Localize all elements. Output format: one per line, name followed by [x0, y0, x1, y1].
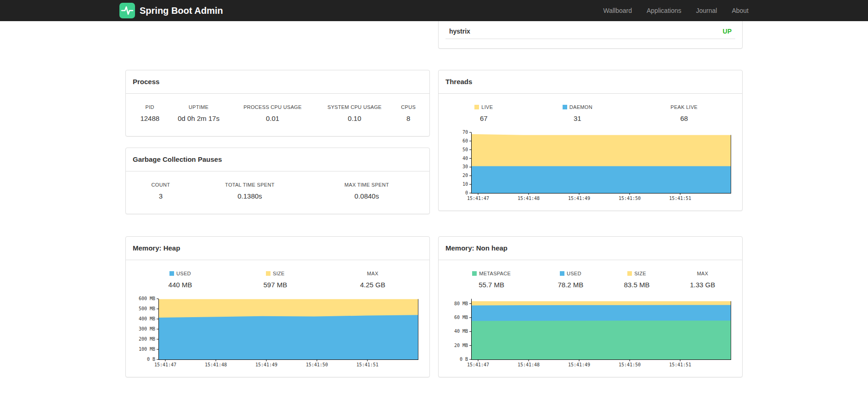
svg-text:60: 60 — [462, 138, 468, 143]
stat-label: USED — [567, 271, 581, 276]
used-series-swatch — [169, 271, 174, 276]
nav-applications[interactable]: Applications — [647, 7, 682, 14]
stat-value: 4.25 GB — [323, 278, 423, 294]
stat-label: MAX — [670, 266, 735, 278]
stat-value: 597 MB — [228, 278, 323, 294]
memory-nonheap-panel-body: METASPACE USED SIZE MAX 55.7 MB — [439, 260, 742, 377]
svg-text:0 B: 0 B — [460, 357, 468, 362]
stat-label: MAX TIME SPENT — [311, 177, 423, 189]
svg-text:15:41:48: 15:41:48 — [518, 196, 540, 201]
svg-text:20 MB: 20 MB — [454, 343, 468, 348]
process-panel-title: Process — [126, 70, 429, 94]
svg-text:0: 0 — [465, 190, 468, 195]
service-name: hystrix — [449, 28, 470, 35]
stat-value: 440 MB — [133, 278, 228, 294]
stat-value: 0.0840s — [311, 189, 423, 205]
svg-text:10: 10 — [462, 182, 468, 187]
status-badge: UP — [723, 28, 732, 35]
stat-label: SIZE — [634, 271, 646, 276]
svg-text:15:41:51: 15:41:51 — [356, 362, 378, 367]
metaspace-series-swatch — [472, 271, 477, 276]
svg-text:300 MB: 300 MB — [139, 326, 155, 331]
stat-label: CPUS — [394, 99, 423, 111]
stat-value: 83.5 MB — [603, 278, 670, 294]
gc-stats-table: COUNT TOTAL TIME SPENT MAX TIME SPENT 3 … — [133, 177, 423, 205]
stat-value: 8 — [394, 111, 423, 128]
svg-text:15:41:47: 15:41:47 — [467, 196, 489, 201]
stat-label: PID — [133, 99, 167, 111]
svg-text:60 MB: 60 MB — [454, 315, 468, 320]
nav-wallboard[interactable]: Wallboard — [603, 7, 632, 14]
stat-label: USED — [176, 271, 191, 276]
memory-heap-panel-body: USED SIZE MAX 440 MB 597 MB 4.25 GB — [126, 260, 429, 377]
svg-text:15:41:48: 15:41:48 — [518, 362, 540, 367]
brand-title: Spring Boot Admin — [140, 6, 223, 16]
health-row-hystrix: hystrix UP — [445, 24, 735, 39]
svg-text:40 MB: 40 MB — [454, 329, 468, 334]
stat-label: PROCESS CPU USAGE — [230, 99, 315, 111]
app-brand[interactable]: Spring Boot Admin — [119, 3, 223, 18]
process-stats-table: PID UPTIME PROCESS CPU USAGE SYSTEM CPU … — [133, 99, 423, 128]
memory-heap-chart: 0 B100 MB200 MB300 MB400 MB500 MB600 MB1… — [133, 296, 422, 369]
stat-label: SYSTEM CPU USAGE — [315, 99, 395, 111]
threads-legend-table: LIVE DAEMON PEAK LIVE 67 31 68 — [445, 99, 735, 128]
stat-value: 0.1380s — [189, 189, 311, 205]
svg-text:30: 30 — [462, 164, 468, 169]
stat-label: UPTIME — [167, 99, 230, 111]
stat-label: LIVE — [481, 104, 493, 110]
stat-label: PEAK LIVE — [633, 99, 735, 111]
svg-text:80 MB: 80 MB — [454, 301, 468, 306]
svg-text:15:41:50: 15:41:50 — [619, 362, 641, 367]
health-panel: hystrix UP — [438, 19, 743, 49]
daemon-series-swatch — [563, 105, 567, 109]
svg-text:15:41:51: 15:41:51 — [669, 362, 691, 367]
stat-value: 3 — [133, 189, 189, 205]
svg-text:100 MB: 100 MB — [139, 347, 155, 352]
svg-text:15:41:47: 15:41:47 — [154, 362, 176, 367]
svg-text:400 MB: 400 MB — [139, 316, 155, 321]
navbar: Spring Boot Admin Wallboard Applications… — [0, 0, 868, 21]
svg-text:20: 20 — [462, 173, 468, 178]
svg-text:500 MB: 500 MB — [139, 306, 155, 311]
memory-nonheap-legend-table: METASPACE USED SIZE MAX 55.7 MB — [445, 266, 735, 294]
nav-about[interactable]: About — [732, 7, 749, 14]
memory-nonheap-panel-title: Memory: Non heap — [439, 237, 742, 260]
threads-panel-title: Threads — [439, 70, 742, 94]
stat-label: MAX — [323, 266, 423, 278]
nav-links: Wallboard Applications Journal About — [603, 7, 749, 14]
live-series-swatch — [474, 105, 479, 109]
svg-text:200 MB: 200 MB — [139, 336, 155, 342]
svg-text:70: 70 — [462, 130, 468, 135]
svg-text:15:41:51: 15:41:51 — [669, 196, 691, 201]
health-panel-body: hystrix UP — [439, 19, 742, 48]
svg-text:600 MB: 600 MB — [139, 296, 155, 301]
stat-label: DAEMON — [569, 104, 592, 110]
memory-nonheap-panel: Memory: Non heap METASPACE USED SIZE — [438, 236, 743, 377]
svg-text:15:41:49: 15:41:49 — [568, 196, 590, 201]
stat-label: TOTAL TIME SPENT — [189, 177, 311, 189]
stat-value: 0.01 — [230, 111, 315, 128]
navbar-inner: Spring Boot Admin Wallboard Applications… — [119, 0, 749, 21]
stat-value: 67 — [445, 111, 522, 128]
svg-text:15:41:50: 15:41:50 — [619, 196, 641, 201]
stat-label: COUNT — [133, 177, 189, 189]
stat-label: METASPACE — [479, 271, 511, 276]
gc-panel-body: COUNT TOTAL TIME SPENT MAX TIME SPENT 3 … — [126, 171, 429, 214]
gc-panel: Garbage Collection Pauses COUNT TOTAL TI… — [125, 148, 430, 214]
main-content: hystrix UP Process PID UPTIME PROCESS CP… — [125, 0, 743, 377]
nav-journal[interactable]: Journal — [696, 7, 717, 14]
size-series-swatch — [266, 271, 271, 276]
threads-panel: Threads LIVE DAEMON PEAK LIVE — [438, 70, 743, 211]
gc-panel-title: Garbage Collection Pauses — [126, 148, 429, 171]
size-series-swatch — [627, 271, 632, 276]
memory-heap-panel-title: Memory: Heap — [126, 237, 429, 260]
heartbeat-logo-icon — [119, 3, 135, 18]
svg-text:15:41:47: 15:41:47 — [467, 362, 489, 367]
memory-heap-panel: Memory: Heap USED SIZE MAX — [125, 236, 430, 377]
threads-panel-body: LIVE DAEMON PEAK LIVE 67 31 68 — [439, 94, 742, 211]
svg-text:15:41:50: 15:41:50 — [306, 362, 328, 367]
spring-boot-admin-logo — [119, 3, 135, 18]
stat-value: 0d 0h 2m 17s — [167, 111, 230, 128]
threads-chart: 01020304050607015:41:4715:41:4815:41:491… — [445, 130, 735, 202]
svg-text:0 B: 0 B — [147, 357, 155, 362]
